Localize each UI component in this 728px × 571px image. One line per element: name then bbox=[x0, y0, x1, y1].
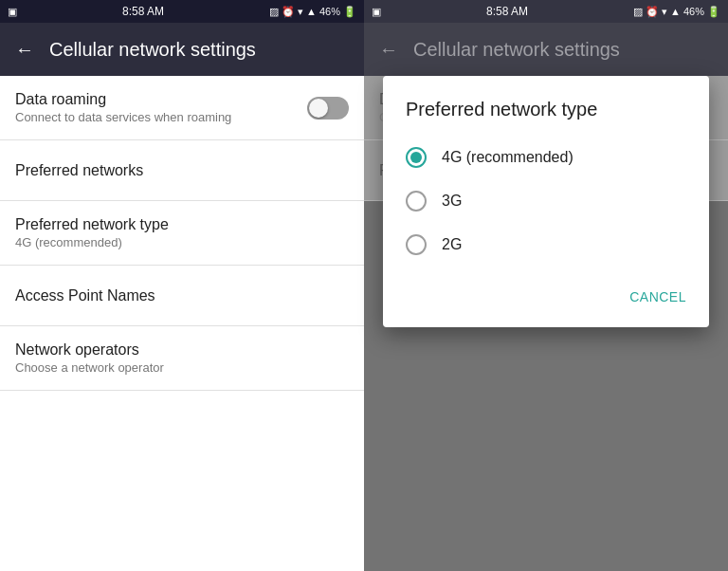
vibrate-icon: ▨ bbox=[269, 6, 279, 18]
radio-2g[interactable] bbox=[406, 234, 427, 255]
network-operators-title: Network operators bbox=[15, 341, 349, 359]
wifi-icon-right: ▾ bbox=[662, 6, 667, 18]
dialog-option-3g[interactable]: 3G bbox=[383, 179, 709, 223]
settings-item-preferred-network-type[interactable]: Preferred network type 4G (recommended) bbox=[0, 201, 364, 266]
battery-icon-left: 🔋 bbox=[343, 6, 356, 18]
dialog-option-4g-label: 4G (recommended) bbox=[442, 149, 573, 166]
preferred-network-type-text: Preferred network type 4G (recommended) bbox=[15, 216, 349, 249]
battery-percent-right: 46% bbox=[683, 6, 704, 17]
right-panel: ▣ 8:58 AM ▨ ⏰ ▾ ▲ 46% 🔋 ← Cellular netwo… bbox=[364, 0, 728, 571]
preferred-network-type-subtitle: 4G (recommended) bbox=[15, 235, 349, 249]
status-bar-right: ▣ 8:58 AM ▨ ⏰ ▾ ▲ 46% 🔋 bbox=[364, 0, 728, 23]
alarm-icon: ⏰ bbox=[282, 6, 295, 18]
access-point-names-title: Access Point Names bbox=[15, 287, 349, 304]
alarm-icon-right: ⏰ bbox=[646, 6, 659, 18]
signal-icon-right: ▲ bbox=[670, 6, 681, 17]
dialog-cancel-button[interactable]: CANCEL bbox=[622, 282, 694, 312]
vibrate-icon-right: ▨ bbox=[633, 6, 643, 18]
data-roaming-toggle[interactable] bbox=[307, 97, 349, 120]
data-roaming-title: Data roaming bbox=[15, 91, 307, 108]
settings-item-data-roaming[interactable]: Data roaming Connect to data services wh… bbox=[0, 76, 364, 140]
status-bar-left: ▣ 8:58 AM ▨ ⏰ ▾ ▲ 46% 🔋 bbox=[0, 0, 364, 23]
preferred-network-type-title: Preferred network type bbox=[15, 216, 349, 233]
back-button-right: ← bbox=[379, 39, 398, 61]
data-roaming-subtitle: Connect to data services when roaming bbox=[15, 110, 307, 124]
dialog-option-2g-label: 2G bbox=[442, 236, 462, 253]
settings-list-left: Data roaming Connect to data services wh… bbox=[0, 76, 364, 571]
toggle-knob bbox=[309, 99, 328, 118]
status-icons-right: ▨ ⏰ ▾ ▲ 46% 🔋 bbox=[633, 6, 720, 18]
preferred-networks-title: Preferred networks bbox=[15, 162, 349, 179]
status-bar-left-icon: ▣ bbox=[8, 6, 17, 18]
radio-4g[interactable] bbox=[406, 147, 427, 168]
dialog-preferred-network-type: Preferred network type 4G (recommended) … bbox=[383, 76, 709, 327]
battery-icon-right: 🔋 bbox=[707, 6, 720, 18]
network-operators-text: Network operators Choose a network opera… bbox=[15, 341, 349, 375]
dialog-actions: CANCEL bbox=[383, 274, 709, 320]
settings-item-network-operators[interactable]: Network operators Choose a network opera… bbox=[0, 326, 364, 391]
settings-item-preferred-networks[interactable]: Preferred networks bbox=[0, 140, 364, 201]
radio-3g[interactable] bbox=[406, 191, 427, 212]
settings-item-data-roaming-text: Data roaming Connect to data services wh… bbox=[15, 91, 307, 124]
dialog-option-3g-label: 3G bbox=[442, 193, 462, 210]
left-panel: ▣ 8:58 AM ▨ ⏰ ▾ ▲ 46% 🔋 ← Cellular netwo… bbox=[0, 0, 364, 571]
status-icons-left: ▨ ⏰ ▾ ▲ 46% 🔋 bbox=[269, 6, 356, 18]
dialog-title: Preferred network type bbox=[383, 99, 709, 136]
wifi-icon: ▾ bbox=[298, 6, 303, 18]
toolbar-right: ← Cellular network settings bbox=[364, 23, 728, 76]
status-bar-right-icon: ▣ bbox=[372, 6, 381, 18]
toolbar-title-right: Cellular network settings bbox=[413, 39, 620, 61]
settings-item-access-point-names[interactable]: Access Point Names bbox=[0, 266, 364, 326]
signal-icon: ▲ bbox=[306, 6, 317, 17]
back-button-left[interactable]: ← bbox=[15, 39, 34, 61]
radio-4g-inner bbox=[410, 152, 422, 163]
battery-percent-left: 46% bbox=[319, 6, 340, 17]
preferred-networks-text: Preferred networks bbox=[15, 162, 349, 179]
status-time-right: 8:58 AM bbox=[486, 5, 528, 18]
access-point-names-text: Access Point Names bbox=[15, 287, 349, 304]
dialog-option-2g[interactable]: 2G bbox=[383, 223, 709, 267]
toolbar-left: ← Cellular network settings bbox=[0, 23, 364, 76]
toolbar-title-left: Cellular network settings bbox=[49, 39, 256, 61]
dialog-option-4g[interactable]: 4G (recommended) bbox=[383, 136, 709, 179]
network-operators-subtitle: Choose a network operator bbox=[15, 360, 349, 375]
status-time-left: 8:58 AM bbox=[122, 5, 164, 18]
